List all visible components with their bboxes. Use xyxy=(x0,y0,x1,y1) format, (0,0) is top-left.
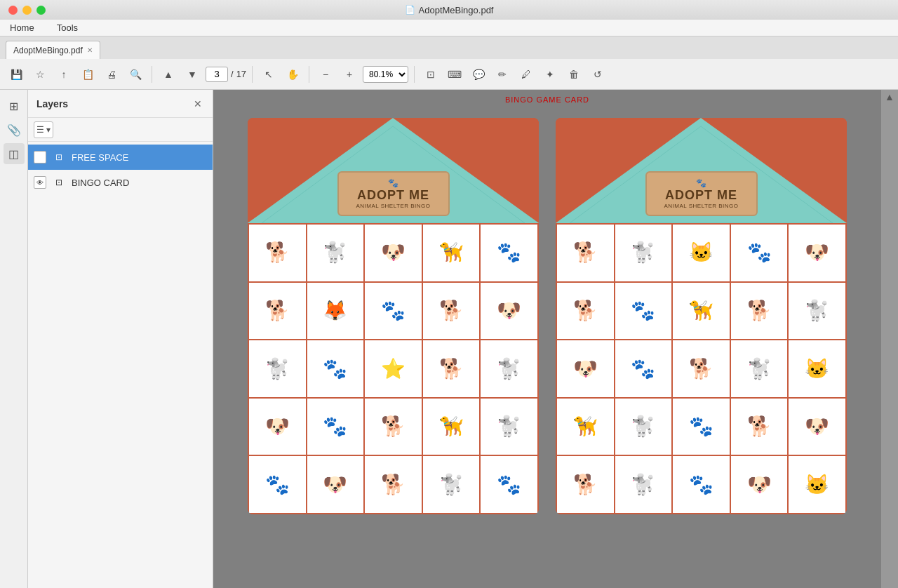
pdf-tab[interactable]: AdoptMeBingo.pdf ✕ xyxy=(6,41,100,59)
separator-1 xyxy=(152,66,152,83)
zoom-in-button[interactable]: + xyxy=(339,64,360,85)
bingo-cell: 🐶 xyxy=(249,399,306,455)
bingo-cell: 🐕 xyxy=(249,225,306,281)
layer-visibility-bingo-card[interactable]: 👁 xyxy=(34,176,46,189)
bingo-cell: 🐾 xyxy=(249,456,306,513)
bingo-cell: 🐱 xyxy=(789,456,845,513)
delete-button[interactable]: 🗑 xyxy=(563,64,584,85)
bingo-cell: 🦮 xyxy=(673,283,730,340)
maximize-button[interactable] xyxy=(36,6,46,15)
bingo-cell: 🐶 xyxy=(307,456,364,513)
window-title: 📄 AdoptMeBingo.pdf xyxy=(405,5,494,15)
bingo-cell: 🐱 xyxy=(789,340,845,397)
comment-button[interactable]: 💬 xyxy=(468,64,489,85)
attachments-button[interactable]: 📎 xyxy=(4,119,25,140)
house-top-1: 🐾 ADOPT ME ANIMAL SHELTER BINGO xyxy=(248,118,539,223)
layers-close-button[interactable]: ✕ xyxy=(192,98,204,110)
bingo-cell: 🐶 xyxy=(365,225,422,281)
bingo-cell: 🐾 xyxy=(365,283,422,340)
print-button[interactable]: 🖨 xyxy=(101,64,122,85)
right-nav: ▲ xyxy=(881,90,898,588)
stamp-button[interactable]: ✦ xyxy=(540,64,561,85)
layer-label-free-space: FREE SPACE xyxy=(72,152,128,163)
bingo-cell: 🐩 xyxy=(307,225,364,281)
bingo-cell: 🐱 xyxy=(673,225,730,281)
layers-button[interactable]: ◫ xyxy=(4,143,25,164)
bingo-cell: 🦮 xyxy=(423,225,480,281)
scroll-up-button[interactable]: ▲ xyxy=(883,90,897,104)
page-separator: / xyxy=(231,69,234,79)
bingo-cell: 🐕 xyxy=(249,283,306,340)
layer-item-bingo-card[interactable]: 👁 ⊡ BINGO CARD xyxy=(28,170,213,195)
menu-home[interactable]: Home xyxy=(6,21,39,34)
layers-header: Layers ✕ xyxy=(28,90,213,118)
bingo-cell: 🐶 xyxy=(481,283,537,340)
upload-button[interactable]: ↑ xyxy=(53,64,74,85)
bingo-cell: 🐶 xyxy=(789,399,845,455)
card-title-main-1: ADOPT ME xyxy=(353,188,434,203)
card-title-sub-2: ANIMAL SHELTER BINGO xyxy=(661,203,742,209)
separator-4 xyxy=(414,66,415,83)
close-button[interactable] xyxy=(8,6,18,15)
zoom-select[interactable]: 80.1% 50% 75% 100% 125% 150% xyxy=(363,66,408,83)
select-tool-button[interactable]: ↖ xyxy=(258,64,279,85)
prev-page-button[interactable]: ▲ xyxy=(158,64,179,85)
bingo-cell: 🐕 xyxy=(365,456,422,513)
bingo-card-2: 🐾 ADOPT ME ANIMAL SHELTER BINGO 🐕 🐩 🐱 🐾 … xyxy=(556,118,847,514)
bingo-cell: 🐾 xyxy=(307,340,364,397)
edit-button[interactable]: ✏ xyxy=(492,64,513,85)
minimize-button[interactable] xyxy=(22,6,32,15)
bingo-cell: 🐩 xyxy=(615,225,672,281)
bingo-cell: 🦮 xyxy=(557,399,614,455)
bingo-game-card-label: BINGO GAME CARD xyxy=(505,95,589,104)
bingo-cell: 🐾 xyxy=(481,456,537,513)
bingo-cell: 🦮 xyxy=(423,399,480,455)
hand-tool-button[interactable]: ✋ xyxy=(282,64,303,85)
window-controls[interactable] xyxy=(8,6,46,15)
layer-type-icon-free-space: ⊡ xyxy=(52,150,66,164)
layer-item-free-space[interactable]: 👁 ⊡ FREE SPACE xyxy=(28,145,213,170)
layers-options-button[interactable]: ☰ ▾ xyxy=(34,121,53,138)
zoom-out-button[interactable]: − xyxy=(315,64,336,85)
menu-tools[interactable]: Tools xyxy=(53,21,82,34)
next-page-button[interactable]: ▼ xyxy=(182,64,203,85)
rotate-button[interactable]: ↺ xyxy=(587,64,608,85)
bingo-cell: 🐶 xyxy=(789,225,845,281)
bingo-cell: 🦊 xyxy=(307,283,364,340)
layer-visibility-free-space[interactable]: 👁 xyxy=(34,151,46,163)
page-total: 17 xyxy=(236,69,246,79)
bingo-cell: 🐩 xyxy=(731,340,788,397)
bingo-cell: 🐾 xyxy=(673,399,730,455)
bingo-cell: 🐕 xyxy=(557,283,614,340)
save-as-button[interactable]: 📋 xyxy=(77,64,98,85)
bingo-cell: 🐾 xyxy=(673,456,730,513)
tabbar: AdoptMeBingo.pdf ✕ xyxy=(0,36,898,59)
titlebar: 📄 AdoptMeBingo.pdf xyxy=(0,0,898,20)
bingo-cell: ⭐ xyxy=(365,340,422,397)
bingo-cell: 🐕 xyxy=(423,283,480,340)
separator-2 xyxy=(252,66,253,83)
marquee-zoom-button[interactable]: ⊡ xyxy=(420,64,441,85)
bingo-cell: 🐕 xyxy=(731,283,788,340)
toolbar: 💾 ☆ ↑ 📋 🖨 🔍 ▲ ▼ / 17 ↖ ✋ − + 80.1% 50% 7… xyxy=(0,59,898,90)
page-number-input[interactable] xyxy=(206,67,228,82)
layers-toolbar: ☰ ▾ xyxy=(28,118,213,142)
bookmark-button[interactable]: ☆ xyxy=(29,64,51,85)
save-button[interactable]: 💾 xyxy=(6,64,27,85)
tab-close-button[interactable]: ✕ xyxy=(87,46,93,54)
bingo-cell: 🐩 xyxy=(481,399,537,455)
bingo-cell: 🐶 xyxy=(731,456,788,513)
keyboard-button[interactable]: ⌨ xyxy=(444,64,465,85)
house-top-2: 🐾 ADOPT ME ANIMAL SHELTER BINGO xyxy=(556,118,847,223)
thumbnails-button[interactable]: ⊞ xyxy=(4,95,25,116)
highlight-button[interactable]: 🖊 xyxy=(516,64,537,85)
bingo-cell: 🐾 xyxy=(731,225,788,281)
bingo-cell: 🐕 xyxy=(557,456,614,513)
pdf-viewer[interactable]: BINGO GAME CARD xyxy=(213,90,881,588)
search-button[interactable]: 🔍 xyxy=(125,64,146,85)
bingo-cell: 🐾 xyxy=(615,340,672,397)
bingo-cell: 🐕 xyxy=(365,399,422,455)
bingo-cell: 🐩 xyxy=(481,340,537,397)
menubar: Home Tools xyxy=(0,20,898,36)
bingo-cell: 🐕 xyxy=(557,225,614,281)
